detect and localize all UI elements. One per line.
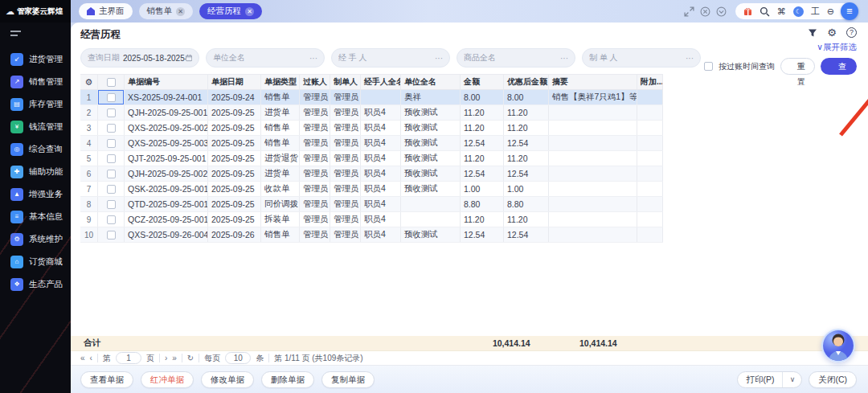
first-page-button[interactable]: « <box>80 354 85 362</box>
row-checkbox-cell[interactable] <box>98 182 125 196</box>
column-header[interactable]: 过账人 <box>300 75 330 89</box>
doc-action-button[interactable]: 复制单据 <box>321 371 375 388</box>
column-header[interactable]: 制单人 <box>330 75 361 89</box>
column-header[interactable]: 经手人全名 <box>361 75 401 89</box>
column-header[interactable]: 金额 <box>461 75 504 89</box>
sidebar-item[interactable]: ⌂ 订货商城 <box>0 251 71 273</box>
column-header[interactable]: 单位全名 <box>401 75 461 89</box>
sidebar-item[interactable]: ❖ 生态产品 <box>0 273 71 296</box>
more-options-icon[interactable]: ··· <box>435 54 443 63</box>
table-row[interactable]: 6 QJH-2025-09-25-002 2025-09-25 进货单 管理员 … <box>80 166 663 182</box>
sidebar-item[interactable]: ↙ 进货管理 <box>0 48 71 71</box>
apps-icon[interactable]: ⌘ <box>777 7 786 16</box>
row-checkbox-cell[interactable] <box>98 90 125 104</box>
row-checkbox[interactable] <box>107 124 116 133</box>
row-checkbox-cell[interactable] <box>98 121 125 135</box>
assistant-avatar[interactable] <box>821 329 855 362</box>
row-checkbox[interactable] <box>107 93 116 102</box>
post-time-checkbox[interactable] <box>704 62 713 71</box>
assistant-gift-button[interactable]: ≣ <box>841 2 858 20</box>
close-tab-icon[interactable]: ✕ <box>245 7 254 16</box>
sidebar-item[interactable]: ✚ 辅助功能 <box>0 161 71 183</box>
restore-window-icon[interactable] <box>684 6 694 17</box>
more-options-icon[interactable]: ··· <box>309 54 317 63</box>
sidebar-item[interactable]: ↗ 销售管理 <box>0 71 71 93</box>
column-header[interactable]: 单据日期 <box>208 75 261 89</box>
filter-pill[interactable]: 经 手 人 ··· <box>331 48 450 68</box>
table-row[interactable]: 10 QXS-2025-09-26-004 2025-09-26 销售单 管理员… <box>80 227 663 243</box>
row-checkbox[interactable] <box>107 108 116 117</box>
tab-business-journey[interactable]: 经营历程 ✕ <box>199 3 262 19</box>
theme-moon-icon[interactable]: ☾ <box>793 6 804 17</box>
gift-icon[interactable] <box>743 7 752 16</box>
table-row[interactable]: 5 QJT-2025-09-25-001 2025-09-25 进货退货 管理员… <box>80 151 663 166</box>
query-button[interactable]: 查 询 <box>821 58 857 75</box>
search-icon[interactable] <box>760 6 770 17</box>
doc-action-button[interactable]: 删除单据 <box>261 371 314 388</box>
close-window-icon[interactable] <box>700 6 710 17</box>
prev-page-button[interactable]: ‹ <box>90 354 92 362</box>
print-dropdown-caret-icon[interactable]: ∨ <box>782 372 801 387</box>
row-checkbox-cell[interactable] <box>98 212 125 227</box>
minimize-circle-icon[interactable]: ⊖ <box>827 7 834 16</box>
sidebar-item[interactable]: ▤ 库存管理 <box>0 93 71 116</box>
more-options-icon[interactable]: ··· <box>560 54 568 63</box>
table-row[interactable]: 9 QCZ-2025-09-25-001 2025-09-25 拆装单 管理员 … <box>80 212 663 227</box>
expand-filters-link[interactable]: ∨展开筛选 <box>817 42 857 53</box>
print-split-button[interactable]: 打印(P) ∨ <box>737 371 802 388</box>
doc-action-button[interactable]: 修改单据 <box>201 371 254 388</box>
select-all-cell[interactable] <box>98 75 125 89</box>
row-checkbox-cell[interactable] <box>98 197 125 211</box>
refresh-icon[interactable]: ↻ <box>187 354 194 362</box>
page-number-input[interactable]: 1 <box>116 352 141 364</box>
column-settings-gear-icon[interactable]: ⚙ <box>80 75 98 89</box>
sidebar-item[interactable]: ▲ 增强业务 <box>0 183 71 206</box>
filter-pill[interactable]: 查询日期 2025-05-18-2025-11-13 <box>80 48 199 68</box>
filter-pill[interactable]: 制 单 人 ··· <box>582 48 701 68</box>
filter-funnel-icon[interactable] <box>808 28 817 38</box>
table-row[interactable]: 4 QXS-2025-09-25-003 2025-09-25 销售单 管理员 … <box>80 136 663 151</box>
menu-toggle-icon[interactable] <box>10 31 22 37</box>
workbench-icon[interactable]: 工 <box>811 7 820 16</box>
column-header[interactable]: 单据类型 <box>261 75 300 89</box>
select-all-checkbox[interactable] <box>107 78 116 87</box>
tab-sales-order[interactable]: 销售单 ✕ <box>139 3 194 19</box>
doc-action-button[interactable]: 红冲单据 <box>141 371 194 388</box>
sidebar-item[interactable]: ◎ 综合查询 <box>0 138 71 161</box>
per-page-input[interactable]: 10 <box>225 352 251 364</box>
row-checkbox-cell[interactable] <box>98 227 125 242</box>
sidebar-item[interactable]: ¥ 钱流管理 <box>0 116 71 138</box>
filter-pill[interactable]: 商品全名 ··· <box>457 48 575 68</box>
close-button[interactable]: 关闭(C) <box>809 371 857 388</box>
collapse-icon[interactable] <box>716 6 727 17</box>
settings-gear-icon[interactable]: ⚙ <box>827 27 837 38</box>
row-checkbox-cell[interactable] <box>98 151 125 166</box>
row-checkbox[interactable] <box>107 231 116 239</box>
row-checkbox[interactable] <box>107 185 116 194</box>
row-checkbox[interactable] <box>107 154 116 163</box>
column-header[interactable]: 单据编号 <box>125 75 208 89</box>
filter-pill[interactable]: 单位全名 ··· <box>206 48 325 68</box>
last-page-button[interactable]: » <box>172 354 177 362</box>
doc-action-button[interactable]: 查看单据 <box>80 371 133 388</box>
reset-button[interactable]: 重 置 <box>780 58 815 75</box>
row-checkbox[interactable] <box>107 170 116 178</box>
row-checkbox[interactable] <box>107 200 116 209</box>
column-header[interactable]: 附加... <box>637 75 663 89</box>
sidebar-item[interactable]: ≡ 基本信息 <box>0 206 71 228</box>
calendar-icon[interactable] <box>186 54 192 62</box>
sidebar-item[interactable]: ⚙ 系统维护 <box>0 228 71 251</box>
row-checkbox[interactable] <box>107 139 116 148</box>
more-options-icon[interactable]: ··· <box>686 54 694 63</box>
print-button[interactable]: 打印(P) <box>738 372 782 387</box>
row-checkbox-cell[interactable] <box>98 136 125 150</box>
table-row[interactable]: 1 XS-2025-09-24-001 2025-09-24 销售单 管理员 管… <box>80 90 663 105</box>
row-checkbox-cell[interactable] <box>98 166 125 181</box>
column-header[interactable]: 优惠后金额 <box>504 75 549 89</box>
table-row[interactable]: 8 QTD-2025-09-25-001 2025-09-25 同价调拨 管理员… <box>80 197 663 212</box>
next-page-button[interactable]: › <box>165 354 167 362</box>
help-icon[interactable]: ? <box>846 27 857 38</box>
close-tab-icon[interactable]: ✕ <box>176 7 185 16</box>
row-checkbox[interactable] <box>107 215 116 224</box>
table-row[interactable]: 7 QSK-2025-09-25-001 2025-09-25 收款单 管理员 … <box>80 182 663 197</box>
